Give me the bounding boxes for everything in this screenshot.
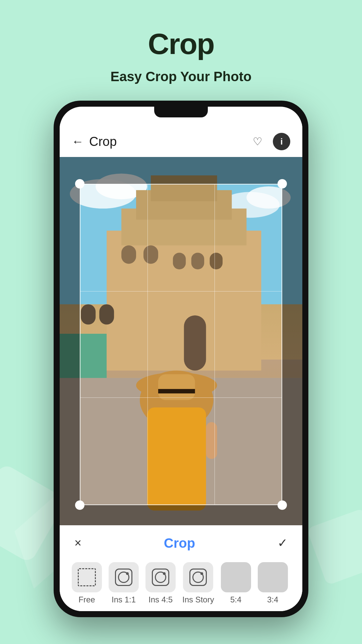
free-crop-icon xyxy=(78,568,96,586)
page-subtitle: Easy Crop Your Photo xyxy=(0,69,362,84)
page-title: Crop xyxy=(0,0,362,61)
confirm-button[interactable]: ✓ xyxy=(275,533,290,553)
crop-option-5-4-label: 5:4 xyxy=(230,595,241,604)
svg-rect-17 xyxy=(81,304,96,324)
crop-action-bar: × Crop ✓ xyxy=(72,533,290,553)
crop-option-ins-4-5[interactable]: Ins 4:5 xyxy=(145,562,176,604)
heart-icon: ♡ xyxy=(253,135,262,148)
bottom-controls: × Crop ✓ Free xyxy=(60,525,302,611)
building-illustration xyxy=(60,157,302,525)
svg-rect-19 xyxy=(184,315,206,371)
phone-notch xyxy=(154,107,208,117)
crop-option-3-4[interactable]: 3:4 xyxy=(258,562,288,604)
crop-option-ins-story-label: Ins Story xyxy=(182,595,214,604)
svg-point-5 xyxy=(246,186,291,209)
svg-rect-22 xyxy=(147,408,206,511)
app-bar-title: Crop xyxy=(89,135,249,149)
crop-label: Crop xyxy=(164,536,195,551)
phone-mockup: ← Crop ♡ i xyxy=(54,101,308,617)
crop-option-ins-4-5-label: Ins 4:5 xyxy=(148,595,173,604)
crop-option-ins-1-1[interactable]: Ins 1:1 xyxy=(109,562,139,604)
crop-icon-free xyxy=(72,562,102,592)
crop-option-3-4-label: 3:4 xyxy=(267,595,278,604)
crop-option-5-4[interactable]: 5:4 xyxy=(221,562,251,604)
svg-rect-26 xyxy=(206,422,217,459)
svg-rect-13 xyxy=(143,246,158,264)
svg-rect-18 xyxy=(99,304,114,324)
phone-frame: ← Crop ♡ i xyxy=(54,101,308,617)
app-bar: ← Crop ♡ i xyxy=(60,123,302,157)
svg-rect-24 xyxy=(158,374,195,400)
svg-rect-25 xyxy=(158,389,195,393)
svg-rect-15 xyxy=(191,253,204,269)
crop-icon-ins-story xyxy=(183,562,213,592)
instagram-icon-1 xyxy=(115,569,132,586)
cancel-button[interactable]: × xyxy=(72,533,84,553)
bg-decoration-right xyxy=(307,508,362,586)
crop-icon-ins-4-5 xyxy=(145,562,176,592)
favorite-button[interactable]: ♡ xyxy=(249,133,266,150)
back-button[interactable]: ← xyxy=(72,135,84,149)
phone-screen: ← Crop ♡ i xyxy=(60,107,302,611)
crop-icon-3-4 xyxy=(258,562,288,592)
instagram-icon-3 xyxy=(189,569,207,586)
photo-area[interactable] xyxy=(60,157,302,525)
crop-icon-ins-1-1 xyxy=(109,562,139,592)
crop-option-ins-story[interactable]: Ins Story xyxy=(182,562,214,604)
crop-options-row: Free Ins 1:1 Ins 4:5 xyxy=(72,562,290,604)
svg-rect-14 xyxy=(173,253,186,269)
crop-option-free-label: Free xyxy=(78,595,95,604)
crop-icon-5-4 xyxy=(221,562,251,592)
svg-rect-11 xyxy=(151,175,217,201)
info-icon: i xyxy=(280,137,283,147)
instagram-icon-2 xyxy=(152,569,169,586)
info-button[interactable]: i xyxy=(273,133,290,150)
app-bar-actions: ♡ i xyxy=(249,133,290,150)
svg-rect-12 xyxy=(121,246,136,264)
crop-option-ins-1-1-label: Ins 1:1 xyxy=(112,595,136,604)
crop-option-free[interactable]: Free xyxy=(72,562,102,604)
svg-rect-16 xyxy=(210,253,223,269)
